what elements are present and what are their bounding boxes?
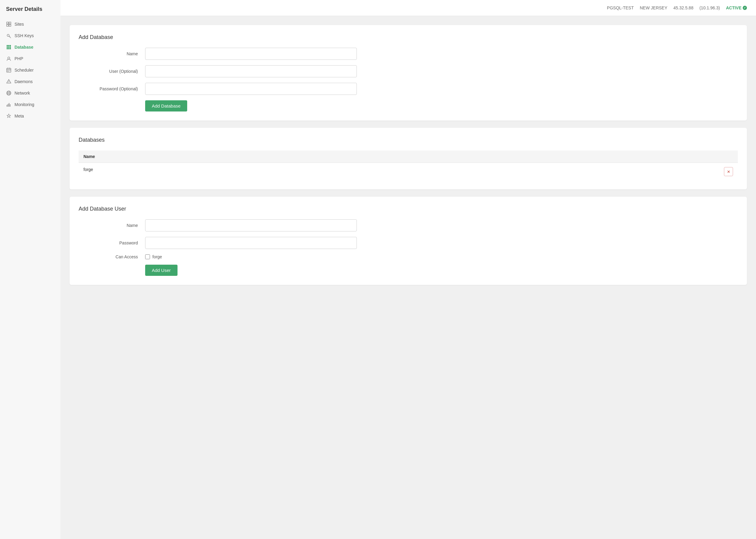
db-user-input[interactable] [145, 65, 357, 77]
server-private-ip: (10.1.96.3) [700, 5, 720, 10]
can-access-forge-label: forge [152, 254, 162, 259]
svg-rect-24 [7, 71, 8, 72]
svg-rect-11 [8, 46, 9, 48]
svg-rect-7 [7, 45, 8, 46]
sidebar-item-scheduler-label: Scheduler [15, 68, 34, 72]
add-user-actions: Add User [79, 265, 738, 276]
db-name-row: Name [79, 48, 738, 60]
svg-rect-35 [10, 104, 11, 107]
user-name-row: Name [79, 219, 738, 231]
sidebar-item-network[interactable]: Network [0, 87, 60, 99]
sidebar-item-database[interactable]: Database [0, 41, 60, 53]
db-user-row: User (Optional) [79, 65, 738, 77]
sidebar-item-daemons-label: Daemons [15, 79, 33, 84]
sidebar-item-sites[interactable]: Sites [0, 19, 60, 30]
svg-rect-10 [7, 46, 8, 48]
user-password-input[interactable] [145, 237, 357, 249]
add-database-user-title: Add Database User [79, 206, 738, 212]
status-icon [743, 6, 747, 10]
page-title: Server Details [0, 6, 60, 19]
svg-rect-3 [9, 25, 11, 26]
sidebar-item-php-label: PHP [15, 56, 23, 61]
database-icon [6, 44, 12, 50]
server-name: PGSQL-TEST [607, 5, 634, 10]
svg-point-28 [8, 82, 9, 83]
sidebar-item-daemons[interactable]: Daemons [0, 76, 60, 87]
sidebar: Server Details Sites SSH Keys [0, 0, 60, 539]
db-name-label: Name [79, 51, 145, 56]
svg-rect-25 [8, 71, 9, 72]
databases-table: Name forge ✕ [79, 150, 738, 180]
db-password-label: Password (Optional) [79, 86, 145, 91]
add-database-user-card: Add Database User Name Password Can Acce… [69, 197, 747, 285]
server-ip: 45.32.5.88 [673, 5, 694, 10]
column-name-header: Name [79, 150, 738, 163]
sidebar-item-ssh-keys[interactable]: SSH Keys [0, 30, 60, 41]
php-icon [6, 56, 12, 61]
sidebar-item-meta-label: Meta [15, 114, 24, 118]
svg-rect-14 [8, 48, 9, 49]
svg-point-16 [8, 57, 10, 59]
sidebar-item-database-label: Database [15, 45, 33, 49]
sidebar-item-php[interactable]: PHP [0, 53, 60, 64]
status-text: ACTIVE [726, 5, 741, 10]
table-row: forge ✕ [79, 163, 738, 181]
daemons-icon [6, 79, 12, 84]
svg-rect-21 [7, 70, 8, 71]
user-password-row: Password [79, 237, 738, 249]
svg-rect-15 [10, 48, 11, 49]
user-name-input[interactable] [145, 219, 357, 231]
svg-rect-22 [8, 70, 9, 71]
sidebar-item-network-label: Network [15, 91, 30, 96]
databases-title: Databases [79, 137, 738, 143]
db-row-name: forge ✕ [79, 163, 738, 181]
add-database-title: Add Database [79, 34, 738, 40]
add-database-button[interactable]: Add Database [145, 100, 187, 112]
header-info: PGSQL-TEST NEW JERSEY 45.32.5.88 (10.1.9… [607, 5, 747, 10]
sidebar-item-sites-label: Sites [15, 22, 24, 27]
can-access-forge-checkbox[interactable] [145, 254, 150, 259]
meta-icon [6, 113, 12, 119]
db-user-label: User (Optional) [79, 69, 145, 74]
header-bar: PGSQL-TEST NEW JERSEY 45.32.5.88 (10.1.9… [60, 0, 756, 16]
sidebar-item-scheduler[interactable]: Scheduler [0, 64, 60, 76]
svg-rect-12 [10, 46, 11, 48]
sidebar-item-monitoring-label: Monitoring [15, 102, 34, 107]
sidebar-item-ssh-keys-label: SSH Keys [15, 33, 34, 38]
network-icon [6, 90, 12, 96]
delete-database-button[interactable]: ✕ [724, 167, 733, 176]
user-password-label: Password [79, 241, 145, 245]
svg-rect-13 [7, 48, 8, 49]
can-access-label: Can Access [79, 254, 145, 259]
can-access-row: Can Access forge [79, 254, 738, 259]
svg-rect-0 [7, 22, 8, 24]
add-database-actions: Add Database [79, 100, 738, 112]
ssh-keys-icon [6, 33, 12, 38]
svg-rect-32 [7, 105, 7, 107]
content-area: Add Database Name User (Optional) Passwo… [60, 16, 756, 294]
svg-rect-33 [8, 104, 8, 107]
server-status: ACTIVE [726, 5, 747, 10]
add-user-button[interactable]: Add User [145, 265, 177, 276]
main-content: PGSQL-TEST NEW JERSEY 45.32.5.88 (10.1.9… [60, 0, 756, 539]
user-name-label: Name [79, 223, 145, 228]
svg-point-4 [7, 35, 9, 37]
monitoring-icon [6, 102, 12, 107]
db-password-input[interactable] [145, 83, 357, 95]
scheduler-icon [6, 67, 12, 73]
db-name-input[interactable] [145, 48, 357, 60]
databases-card: Databases Name forge ✕ [69, 128, 747, 190]
server-region: NEW JERSEY [640, 5, 667, 10]
svg-rect-34 [9, 103, 9, 107]
svg-rect-23 [10, 70, 10, 71]
sidebar-item-meta[interactable]: Meta [0, 110, 60, 122]
svg-rect-9 [10, 45, 11, 46]
add-database-card: Add Database Name User (Optional) Passwo… [69, 25, 747, 120]
db-password-row: Password (Optional) [79, 83, 738, 95]
svg-rect-2 [7, 25, 8, 26]
sidebar-item-monitoring[interactable]: Monitoring [0, 99, 60, 110]
sites-icon [6, 22, 12, 27]
can-access-options: forge [145, 254, 162, 259]
db-name-value: forge [83, 167, 93, 172]
svg-rect-1 [9, 22, 11, 24]
